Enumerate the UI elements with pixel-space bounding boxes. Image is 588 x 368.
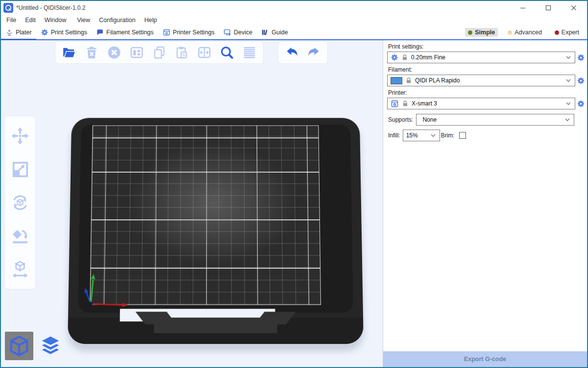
- chevron-down-icon: [565, 77, 572, 84]
- export-gcode-button[interactable]: Export G-code: [383, 351, 587, 367]
- edit-printer-button[interactable]: [576, 98, 585, 109]
- tab-print-settings[interactable]: Print Settings: [36, 26, 92, 39]
- menu-edit[interactable]: Edit: [21, 16, 40, 25]
- undo-redo-toolbar: [278, 42, 327, 63]
- chevron-down-icon: [564, 116, 571, 123]
- tab-filament-settings[interactable]: Filament Settings: [92, 26, 158, 39]
- split-objects-button[interactable]: [196, 44, 213, 61]
- chevron-down-icon: [565, 100, 572, 107]
- tab-device[interactable]: Device: [219, 26, 257, 39]
- device-icon: [223, 28, 231, 36]
- menu-view[interactable]: View: [73, 16, 95, 25]
- title-bar: *Untitled - QIDISlicer-1.0.2: [1, 1, 587, 15]
- simple-dot-icon: [468, 30, 472, 35]
- lock-icon: [405, 77, 412, 84]
- filament-color-swatch: [391, 77, 402, 84]
- undo-button[interactable]: [283, 44, 301, 61]
- paste-button[interactable]: [173, 44, 191, 61]
- mode-expert[interactable]: Expert: [552, 28, 582, 37]
- advanced-dot-icon: [508, 30, 512, 35]
- search-button[interactable]: [218, 44, 236, 61]
- filament-dropdown[interactable]: QIDI PLA Rapido: [387, 75, 575, 86]
- printer-dropdown[interactable]: X-smart 3: [387, 98, 575, 109]
- edit-print-settings-button[interactable]: [576, 52, 585, 63]
- brim-checkbox[interactable]: [459, 132, 466, 139]
- view-mode-toggles: [5, 332, 65, 360]
- menu-bar: File Edit Window View Configuration Help: [1, 15, 587, 26]
- guide-icon: [261, 28, 269, 36]
- tab-plater[interactable]: Plater: [1, 26, 36, 39]
- print-settings-dropdown[interactable]: 0.20mm Fine: [387, 52, 575, 63]
- filament-icon: [96, 28, 104, 36]
- tab-printer-settings[interactable]: Printer Settings: [158, 26, 219, 39]
- move-tool-button[interactable]: [7, 123, 33, 149]
- delete-all-button[interactable]: [105, 44, 123, 61]
- gear-icon: [577, 53, 585, 62]
- printer-value: X-smart 3: [412, 100, 562, 107]
- 3d-viewport[interactable]: [1, 40, 383, 367]
- tab-bar: Plater Print Settings Filament Settings …: [1, 26, 587, 40]
- edit-filament-button[interactable]: [576, 75, 585, 86]
- print-bed: [68, 118, 364, 344]
- filament-value: QIDI PLA Rapido: [415, 77, 562, 84]
- app-logo-icon: [3, 3, 13, 13]
- variable-layer-height-button[interactable]: [241, 44, 258, 61]
- lock-icon: [402, 100, 409, 107]
- open-button[interactable]: [60, 44, 78, 61]
- mode-selector: Simple Advanced Expert: [465, 26, 587, 39]
- supports-value: None: [419, 116, 561, 123]
- arrange-button[interactable]: [128, 44, 146, 61]
- layers-preview-view-button[interactable]: [36, 332, 65, 360]
- chevron-down-icon: [430, 132, 437, 139]
- gear-icon: [577, 77, 585, 85]
- 3d-editor-view-button[interactable]: [5, 332, 33, 360]
- print-settings-value: 0.20mm Fine: [411, 54, 562, 61]
- printer-icon: [391, 100, 399, 108]
- infill-value: 15%: [406, 132, 427, 139]
- lock-icon: [401, 54, 408, 61]
- mode-advanced[interactable]: Advanced: [505, 28, 545, 37]
- close-button[interactable]: [567, 2, 580, 13]
- gear-icon: [391, 53, 398, 61]
- scale-tool-button[interactable]: [7, 157, 33, 182]
- settings-panel: Print settings: 0.20mm Fine Filament:: [383, 40, 587, 367]
- expert-dot-icon: [555, 30, 559, 35]
- rotate-tool-button[interactable]: [7, 190, 33, 215]
- printer-label: Printer:: [388, 89, 585, 96]
- supports-label: Supports:: [388, 116, 413, 123]
- gizmo-toolbar: [5, 116, 35, 289]
- supports-dropdown[interactable]: None: [416, 114, 574, 126]
- window-title: *Untitled - QIDISlicer-1.0.2: [16, 4, 85, 11]
- menu-window[interactable]: Window: [40, 16, 71, 25]
- infill-label: Infill:: [388, 132, 400, 139]
- tab-guide[interactable]: Guide: [257, 26, 292, 39]
- origin-axes-icon: [80, 267, 129, 308]
- delete-button[interactable]: [83, 44, 100, 61]
- infill-dropdown[interactable]: 15%: [403, 130, 440, 141]
- bed-handle: [154, 317, 277, 333]
- chevron-down-icon: [565, 54, 572, 61]
- copy-button[interactable]: [150, 44, 168, 61]
- place-on-face-tool-button[interactable]: [7, 223, 33, 249]
- filament-label: Filament:: [388, 66, 585, 73]
- menu-file[interactable]: File: [2, 16, 21, 25]
- app-window: *Untitled - QIDISlicer-1.0.2 File Edit W…: [0, 0, 588, 368]
- brim-label: Brim:: [441, 132, 455, 139]
- redo-button[interactable]: [305, 44, 322, 61]
- minimize-button[interactable]: [516, 2, 529, 13]
- mode-simple[interactable]: Simple: [465, 28, 498, 37]
- plater-icon: [5, 28, 13, 36]
- main-toolbar: [55, 42, 263, 63]
- gear-icon: [41, 28, 49, 36]
- print-settings-label: Print settings:: [388, 43, 585, 50]
- menu-configuration[interactable]: Configuration: [95, 16, 140, 25]
- maximize-button[interactable]: [542, 2, 555, 13]
- gear-icon: [577, 100, 585, 108]
- printer-icon: [163, 28, 171, 36]
- menu-help[interactable]: Help: [140, 16, 161, 25]
- measure-tool-button[interactable]: [7, 257, 33, 282]
